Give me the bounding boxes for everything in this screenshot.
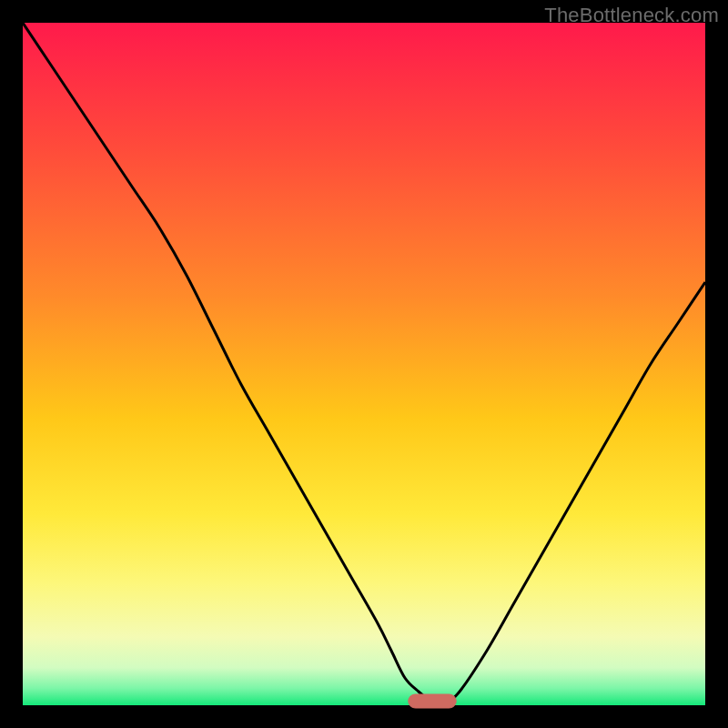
chart-frame: { "watermark": "TheBottleneck.com", "lay… xyxy=(0,0,728,728)
gradient-background xyxy=(23,23,705,705)
watermark-text: TheBottleneck.com xyxy=(544,4,719,27)
minimum-marker xyxy=(409,694,457,708)
bottleneck-chart xyxy=(0,0,728,728)
